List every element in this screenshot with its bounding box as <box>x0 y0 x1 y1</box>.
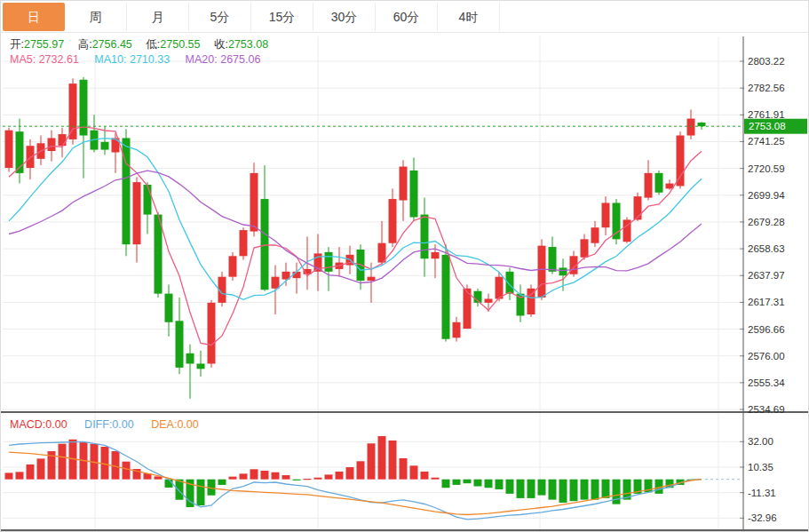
macd-axis-tick: -11.31 <box>748 488 776 498</box>
macd-label: MACD: <box>10 418 45 431</box>
series-layer <box>3 77 743 520</box>
price-axis-tick: 2679.28 <box>748 217 785 227</box>
high-label: 高: <box>78 38 92 51</box>
high-value: 2756.45 <box>92 38 132 51</box>
low-value: 2750.55 <box>160 38 200 51</box>
price-axis-tick: 2720.59 <box>748 163 785 174</box>
price-axis-tick: 2637.97 <box>748 270 785 281</box>
dea-value: 0.00 <box>177 418 198 431</box>
ma10-legend: MA10: 2710.33 <box>94 53 170 66</box>
diff-value: 0.00 <box>112 418 133 431</box>
price-axis-tick: 2658.63 <box>748 243 785 254</box>
ohlc-legend: 开:2755.97 高:2756.45 低:2750.55 收:2753.08 <box>10 37 279 52</box>
macd-legend: MACD:0.00 DIFF:0.00 DEA:0.00 <box>10 418 213 431</box>
price-axis-tick: 2555.34 <box>748 377 785 388</box>
axis-layer: 2803.222782.562761.912741.252720.592699.… <box>1 36 808 530</box>
price-axis-tick: 2761.91 <box>748 109 785 120</box>
price-axis-tick: 2576.00 <box>748 351 785 361</box>
open-value: 2755.97 <box>24 38 64 51</box>
macd-axis-tick: 10.35 <box>748 462 773 472</box>
macd-axis-tick: 32.00 <box>748 436 773 447</box>
price-axis-tick: 2699.94 <box>748 190 785 201</box>
kline-chart-app: 日周月5分15分30分60分4时 开:2755.97 高:2756.45 低:2… <box>0 0 809 532</box>
ma20-legend: MA20: 2675.06 <box>186 53 261 66</box>
dea-label: DEA: <box>151 418 177 431</box>
ma5-legend: MA5: 2732.61 <box>10 53 79 66</box>
kline-chart-canvas[interactable]: 2803.222782.562761.912741.252720.592699.… <box>1 1 808 531</box>
price-axis-tick: 2596.66 <box>748 324 785 335</box>
macd-value: 0.00 <box>45 418 67 431</box>
ma-legend: MA5: 2732.61 MA10: 2710.33 MA20: 2675.06 <box>10 53 273 66</box>
close-value: 2753.08 <box>228 38 268 51</box>
price-axis-tick: 2617.31 <box>748 297 785 307</box>
current-price-badge-text: 2753.08 <box>749 121 786 131</box>
price-axis-tick: 2534.69 <box>748 404 785 415</box>
low-label: 低: <box>146 38 160 51</box>
open-label: 开: <box>10 38 24 51</box>
price-axis-tick: 2741.25 <box>748 136 785 147</box>
price-axis-tick: 2782.56 <box>748 83 785 93</box>
ma20-line <box>9 171 702 282</box>
close-label: 收: <box>214 38 228 51</box>
macd-axis-tick: -32.96 <box>748 512 777 523</box>
diff-label: DIFF: <box>84 418 112 431</box>
price-axis-tick: 2803.22 <box>748 56 785 67</box>
